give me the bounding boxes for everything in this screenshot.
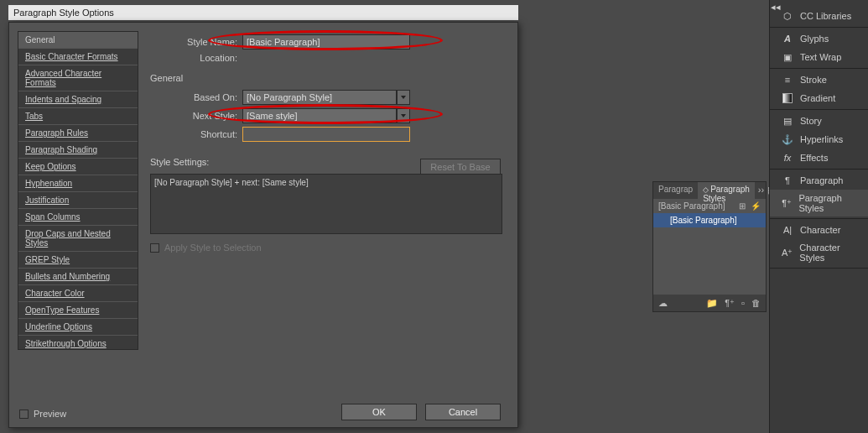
stroke-icon: ≡: [782, 74, 793, 86]
location-label: Location:: [150, 53, 242, 63]
paragraph-style-options-dialog: General Basic Character Formats Advanced…: [8, 22, 518, 428]
pstyles-header-row: [Basic Paragraph] ⊞⚡: [653, 199, 766, 213]
textwrap-icon: ▣: [782, 51, 793, 63]
preview-checkbox[interactable]: [19, 410, 29, 419]
effects-icon: fx: [782, 152, 793, 164]
rail-label: Effects: [800, 153, 828, 163]
rail-hyperlinks[interactable]: ⚓Hyperlinks: [770, 130, 868, 149]
rail-label: Story: [800, 116, 822, 126]
next-style-label: Next Style:: [150, 111, 242, 121]
pstyles-item-basic[interactable]: [Basic Paragraph]: [653, 213, 766, 227]
style-name-label: Style Name:: [150, 37, 242, 47]
character-icon: A|: [782, 224, 793, 236]
based-on-select[interactable]: [242, 90, 397, 105]
panel-collapse-icon[interactable]: ››: [758, 185, 764, 196]
rail-label: Glyphs: [800, 34, 829, 44]
cat-general[interactable]: General: [18, 32, 138, 49]
based-on-label: Based On:: [150, 92, 242, 102]
rail-label: Text Wrap: [800, 52, 841, 62]
trash-icon[interactable]: 🗑: [751, 298, 761, 309]
style-settings-readonly: [No Paragraph Style] + next: [Same style…: [150, 174, 502, 234]
new-icon[interactable]: ▫: [741, 298, 745, 309]
rail-character[interactable]: A|Character: [770, 221, 868, 239]
cstyles-icon: A⁺: [782, 247, 793, 258]
rail-gradient[interactable]: Gradient: [770, 89, 868, 107]
rail-paragraph[interactable]: ¶Paragraph: [770, 171, 868, 190]
next-style-dropdown-btn[interactable]: [397, 108, 410, 123]
cat-para-shading[interactable]: Paragraph Shading: [18, 142, 138, 159]
gradient-icon: [782, 92, 793, 104]
shortcut-input[interactable]: [242, 127, 410, 142]
dialog-titlebar: Paragraph Style Options: [8, 5, 518, 20]
cat-indents[interactable]: Indents and Spacing: [18, 91, 138, 108]
panel-rail: ◂◂ ⬡CC Libraries AGlyphs ▣Text Wrap ≡Str…: [769, 0, 868, 433]
cat-tabs[interactable]: Tabs: [18, 108, 138, 125]
dialog-category-list[interactable]: General Basic Character Formats Advanced…: [18, 31, 138, 350]
paragraph-icon: ¶: [782, 175, 793, 186]
rail-paragraph-styles[interactable]: ¶⁺Paragraph Styles: [770, 190, 868, 216]
pstyles-icon: ¶⁺: [782, 197, 792, 209]
cat-strike[interactable]: Strikethrough Options: [18, 336, 138, 350]
rail-label: Paragraph Styles: [798, 193, 861, 213]
cat-para-rules[interactable]: Paragraph Rules: [18, 125, 138, 142]
glyphs-icon: A: [782, 33, 793, 44]
rail-stroke[interactable]: ≡Stroke: [770, 70, 868, 89]
rail-text-wrap[interactable]: ▣Text Wrap: [770, 48, 868, 66]
dialog-main: Style Name: Location: General Based On: …: [138, 23, 517, 394]
cat-bullets[interactable]: Bullets and Numbering: [18, 269, 138, 285]
rail-glyphs[interactable]: AGlyphs: [770, 29, 868, 48]
general-heading: General: [150, 73, 502, 83]
cat-grep[interactable]: GREP Style: [18, 252, 138, 269]
cat-underline[interactable]: Underline Options: [18, 319, 138, 336]
cat-hyphen[interactable]: Hyphenation: [18, 175, 138, 192]
next-style-select[interactable]: [242, 108, 397, 123]
cat-opentype[interactable]: OpenType Features: [18, 302, 138, 319]
cc-icon: ⬡: [782, 10, 793, 22]
rail-label: Gradient: [800, 93, 835, 103]
cloud-icon[interactable]: ☁: [658, 298, 668, 309]
apply-style-checkbox[interactable]: [150, 243, 159, 253]
rail-label: CC Libraries: [800, 11, 851, 21]
rail-character-styles[interactable]: A⁺Character Styles: [770, 239, 868, 266]
cat-dropcaps[interactable]: Drop Caps and Nested Styles: [18, 226, 138, 252]
cat-span[interactable]: Span Columns: [18, 209, 138, 226]
preview-label: Preview: [34, 409, 66, 419]
cancel-button[interactable]: Cancel: [425, 404, 501, 420]
clear-overrides-icon[interactable]: ⚡: [751, 201, 761, 211]
ok-button[interactable]: OK: [341, 404, 417, 420]
pstyles-header-label: [Basic Paragraph]: [658, 201, 725, 211]
rail-label: Hyperlinks: [800, 134, 843, 144]
chevron-down-icon: [401, 114, 406, 117]
paragraph-styles-panel: Paragrap ◇Paragraph Styles ›› ▤ [Basic P…: [652, 181, 767, 312]
rail-label: Character: [800, 225, 840, 235]
rail-cc-libraries[interactable]: ⬡CC Libraries: [770, 7, 868, 25]
rail-story[interactable]: ▤Story: [770, 112, 868, 130]
reset-to-base-button[interactable]: Reset To Base: [420, 159, 501, 175]
folder-icon[interactable]: 📁: [706, 298, 718, 309]
rail-effects[interactable]: fxEffects: [770, 149, 868, 167]
cat-adv-char[interactable]: Advanced Character Formats: [18, 65, 138, 91]
shortcut-label: Shortcut:: [150, 129, 242, 139]
tab-paragraph[interactable]: Paragrap: [653, 182, 698, 199]
story-icon: ▤: [782, 115, 793, 127]
apply-style-label: Apply Style to Selection: [164, 243, 262, 253]
cat-keep[interactable]: Keep Options: [18, 159, 138, 175]
rail-label: Stroke: [800, 75, 827, 85]
cat-basic-char[interactable]: Basic Character Formats: [18, 49, 138, 65]
cat-justif[interactable]: Justification: [18, 192, 138, 209]
rail-collapse-icon[interactable]: ◂◂: [772, 2, 780, 13]
rail-label: Paragraph: [800, 175, 843, 185]
clear-icon[interactable]: ¶⁺: [725, 298, 735, 309]
style-name-input[interactable]: [242, 34, 410, 50]
hyperlinks-icon: ⚓: [782, 133, 793, 145]
tab-paragraph-styles[interactable]: ◇Paragraph Styles: [698, 182, 755, 199]
based-on-dropdown-btn[interactable]: [397, 90, 410, 105]
cat-charcolor[interactable]: Character Color: [18, 285, 138, 302]
pstyles-footer: ☁ 📁 ¶⁺ ▫ 🗑: [653, 295, 766, 311]
new-style-icon[interactable]: ⊞: [739, 201, 746, 211]
rail-label: Character Styles: [799, 243, 861, 263]
chevron-down-icon: [401, 96, 406, 99]
